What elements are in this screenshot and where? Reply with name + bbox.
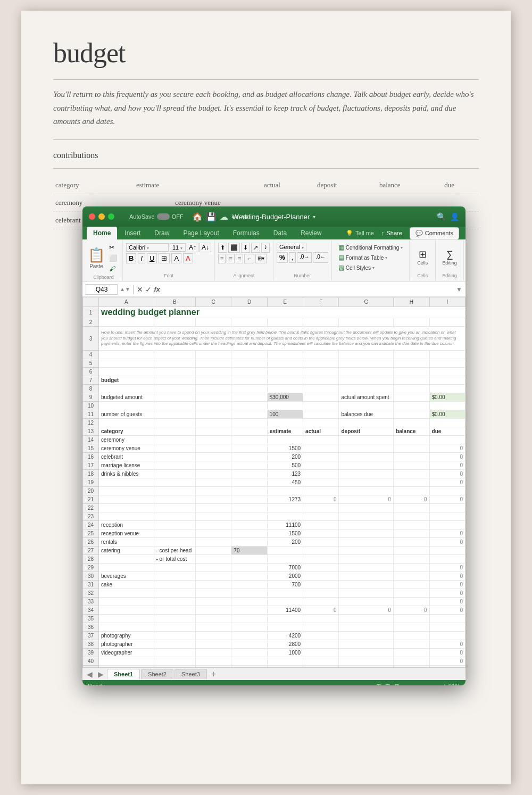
cell-H39[interactable] <box>394 649 429 657</box>
cell-B31[interactable] <box>154 581 195 589</box>
cell-G2[interactable] <box>339 318 394 327</box>
cell-F22[interactable] <box>303 504 339 512</box>
cell-C30[interactable] <box>195 572 231 581</box>
cell-H37[interactable] <box>394 632 429 640</box>
cell-F26[interactable] <box>303 538 339 546</box>
format-painter-button[interactable]: 🖌 <box>107 264 119 274</box>
tab-data[interactable]: Data <box>267 227 293 239</box>
zoom-in-button[interactable]: + <box>443 683 446 685</box>
cell-F36[interactable] <box>303 623 339 632</box>
cell-C2[interactable] <box>195 318 231 327</box>
cell-F38[interactable] <box>303 640 339 649</box>
comma-button[interactable]: , <box>289 252 296 263</box>
cell-G32[interactable] <box>339 589 394 598</box>
cell-I17[interactable]: 0 <box>429 461 465 470</box>
cell-G26[interactable] <box>339 538 394 546</box>
cell-I13[interactable]: due <box>429 427 465 436</box>
tab-home[interactable]: Home <box>87 227 117 239</box>
cell-A24[interactable]: reception <box>99 521 154 529</box>
align-top-button[interactable]: ⬆ <box>218 243 227 253</box>
cell-D9[interactable] <box>231 393 267 402</box>
cell-A26[interactable]: rentals <box>99 538 154 546</box>
cell-B16[interactable] <box>154 453 195 461</box>
cell-I8[interactable] <box>429 385 465 393</box>
cell-B14[interactable] <box>154 436 195 444</box>
cell-D6[interactable] <box>231 368 267 376</box>
cell-D33[interactable] <box>231 598 267 606</box>
merge-button[interactable]: ⊞▾ <box>255 254 267 263</box>
sheet-tab-1[interactable]: Sheet1 <box>107 669 140 679</box>
save-icon[interactable]: 💾 <box>206 212 217 222</box>
cell-E38[interactable]: 2800 <box>267 640 303 649</box>
minimize-button[interactable] <box>98 213 105 220</box>
cell-H38[interactable] <box>394 640 429 649</box>
cell-I35[interactable] <box>429 615 465 623</box>
cell-D31[interactable] <box>231 581 267 589</box>
cell-H5[interactable] <box>394 359 429 368</box>
col-header-a[interactable]: A <box>99 297 154 307</box>
cell-E21[interactable]: 1273 <box>267 495 303 504</box>
cell-D40[interactable] <box>231 657 267 666</box>
cell-F37[interactable] <box>303 632 339 640</box>
col-header-e[interactable]: E <box>267 297 303 307</box>
cell-D21[interactable] <box>231 495 267 504</box>
cell-E11[interactable]: 100 <box>267 410 303 419</box>
align-middle-button[interactable]: ⬛ <box>228 243 240 253</box>
col-header-g[interactable]: G <box>339 297 394 307</box>
cell-I22[interactable] <box>429 504 465 512</box>
cell-D32[interactable] <box>231 589 267 598</box>
cell-B17[interactable] <box>154 461 195 470</box>
cell-H10[interactable] <box>394 402 429 410</box>
cell-B25[interactable] <box>154 529 195 538</box>
cell-I30[interactable]: 0 <box>429 572 465 581</box>
cell-C15[interactable] <box>195 444 231 453</box>
cell-G23[interactable] <box>339 512 394 521</box>
cell-A40[interactable] <box>99 657 154 666</box>
view-normal-icon[interactable]: ⊞ <box>376 683 381 686</box>
cell-B22[interactable] <box>154 504 195 512</box>
cell-A21[interactable] <box>99 495 154 504</box>
cell-F18[interactable] <box>303 470 339 478</box>
cell-D14[interactable] <box>231 436 267 444</box>
cell-H18[interactable] <box>394 470 429 478</box>
cell-G40[interactable] <box>339 657 394 666</box>
cell-G14[interactable] <box>339 436 394 444</box>
cell-G4[interactable] <box>339 351 394 359</box>
cell-E17[interactable]: 500 <box>267 461 303 470</box>
cell-E24[interactable]: 11100 <box>267 521 303 529</box>
cell-I26[interactable]: 0 <box>429 538 465 546</box>
cell-I20[interactable] <box>429 487 465 495</box>
cell-G20[interactable] <box>339 487 394 495</box>
cell-A37[interactable]: photography <box>99 632 154 640</box>
cell-C40[interactable] <box>195 657 231 666</box>
cell-G9[interactable]: actual amount spent <box>339 393 394 402</box>
col-header-h[interactable]: H <box>394 297 429 307</box>
cell-E12[interactable] <box>267 419 303 427</box>
cell-B20[interactable] <box>154 487 195 495</box>
cell-C20[interactable] <box>195 487 231 495</box>
cell-F11[interactable] <box>303 410 339 419</box>
cell-A8[interactable] <box>99 385 154 393</box>
cell-A33[interactable] <box>99 598 154 606</box>
cell-A22[interactable] <box>99 504 154 512</box>
cell-E2[interactable] <box>267 318 303 327</box>
cell-C4[interactable] <box>195 351 231 359</box>
cell-B29[interactable] <box>154 564 195 572</box>
decrease-decimal-button[interactable]: .0← <box>313 252 328 263</box>
cell-H32[interactable] <box>394 589 429 598</box>
cell-D16[interactable] <box>231 453 267 461</box>
cell-E40[interactable] <box>267 657 303 666</box>
cell-D39[interactable] <box>231 649 267 657</box>
cell-H31[interactable] <box>394 581 429 589</box>
cell-A30[interactable]: beverages <box>99 572 154 581</box>
cell-D5[interactable] <box>231 359 267 368</box>
cell-C22[interactable] <box>195 504 231 512</box>
cell-B15[interactable] <box>154 444 195 453</box>
cell-E36[interactable] <box>267 623 303 632</box>
cell-A4[interactable] <box>99 351 154 359</box>
cell-G19[interactable] <box>339 478 394 487</box>
number-format-dropdown[interactable]: General ▾ <box>277 243 306 251</box>
cell-I15[interactable]: 0 <box>429 444 465 453</box>
cell-I25[interactable]: 0 <box>429 529 465 538</box>
cell-B5[interactable] <box>154 359 195 368</box>
